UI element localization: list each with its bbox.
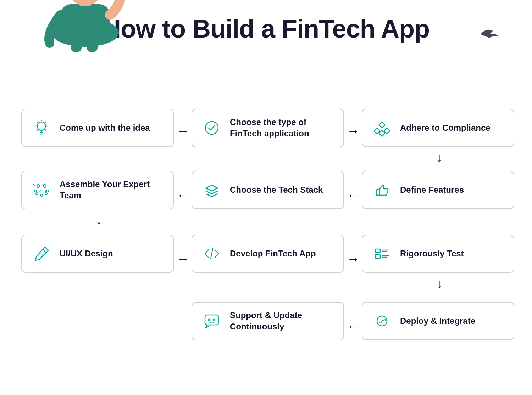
step-card-10: Deploy & Integrate bbox=[362, 302, 514, 340]
step-card-6: Assemble Your Expert Team bbox=[21, 171, 174, 209]
arrow-2-3: → bbox=[347, 124, 360, 139]
thumbsup-icon bbox=[372, 180, 392, 200]
svg-rect-59 bbox=[71, 38, 82, 52]
step-card-8: Develop FinTech App bbox=[192, 235, 344, 273]
arrow-down-9: ↓ bbox=[436, 276, 443, 291]
step-card-1: Come up with the idea bbox=[21, 109, 174, 147]
step-label-11: Support & Update Continuously bbox=[230, 310, 334, 333]
diamond-icon bbox=[372, 118, 392, 138]
svg-point-29 bbox=[45, 193, 47, 195]
arrow-5-6: ← bbox=[177, 188, 189, 203]
step-label-5: Choose the Tech Stack bbox=[230, 184, 323, 196]
team-icon bbox=[31, 180, 52, 200]
list-check-icon bbox=[372, 243, 392, 264]
svg-point-11 bbox=[205, 122, 218, 134]
svg-point-27 bbox=[36, 193, 38, 195]
step-card-5: Choose the Tech Stack bbox=[192, 171, 344, 209]
step-card-9: Rigorously Test bbox=[362, 235, 514, 273]
brush-icon bbox=[31, 243, 52, 264]
svg-line-31 bbox=[211, 248, 213, 259]
check-circle-icon bbox=[201, 118, 222, 138]
svg-point-40 bbox=[209, 319, 210, 321]
svg-line-10 bbox=[45, 130, 46, 131]
arrow-4-5: ← bbox=[347, 188, 360, 203]
step-card-3: Adhere to Compliance bbox=[362, 109, 514, 147]
svg-point-21 bbox=[34, 190, 37, 192]
character-illustration bbox=[11, 0, 160, 54]
step-card-2: Choose the type of FinTech application bbox=[192, 109, 344, 147]
svg-point-20 bbox=[43, 185, 46, 187]
svg-line-26 bbox=[45, 190, 46, 192]
svg-point-28 bbox=[40, 194, 43, 196]
step-label-1: Come up with the idea bbox=[60, 122, 150, 134]
svg-line-7 bbox=[37, 122, 38, 123]
step-label-8: Develop FinTech App bbox=[230, 248, 316, 259]
step-label-4: Define Features bbox=[400, 184, 464, 196]
svg-rect-18 bbox=[376, 190, 379, 195]
svg-rect-32 bbox=[375, 249, 380, 253]
svg-line-8 bbox=[45, 122, 46, 123]
arrow-7-8: → bbox=[177, 252, 189, 266]
arrow-down-6: ↓ bbox=[96, 212, 102, 227]
svg-line-23 bbox=[33, 184, 35, 185]
svg-line-9 bbox=[37, 130, 38, 131]
chat-icon bbox=[201, 311, 222, 331]
step-card-4: Define Features bbox=[362, 171, 514, 209]
arrow-down-3: ↓ bbox=[436, 150, 443, 165]
step-label-3: Adhere to Compliance bbox=[400, 122, 491, 134]
svg-line-25 bbox=[40, 190, 40, 192]
svg-point-41 bbox=[214, 319, 215, 321]
svg-rect-12 bbox=[379, 122, 385, 128]
step-card-11: Support & Update Continuously bbox=[192, 302, 344, 340]
svg-line-30 bbox=[43, 249, 46, 253]
bird-decoration bbox=[479, 26, 500, 43]
step-card-7: UI/UX Design bbox=[21, 235, 174, 273]
svg-point-19 bbox=[37, 185, 40, 187]
svg-rect-43 bbox=[60, 4, 110, 40]
lightbulb-icon bbox=[31, 118, 52, 138]
step-label-9: Rigorously Test bbox=[400, 248, 464, 259]
svg-rect-35 bbox=[375, 255, 380, 258]
arrow-8-9: → bbox=[347, 252, 360, 266]
step-label-7: UI/UX Design bbox=[60, 248, 113, 259]
arrow-1-2: → bbox=[177, 124, 189, 139]
step-label-6: Assemble Your Expert Team bbox=[60, 179, 164, 202]
step-label-2: Choose the type of FinTech application bbox=[230, 117, 334, 140]
svg-rect-60 bbox=[87, 38, 98, 52]
deploy-icon bbox=[372, 311, 392, 331]
svg-point-0 bbox=[37, 122, 46, 130]
svg-point-22 bbox=[46, 190, 49, 192]
arrow-10-11: ← bbox=[347, 319, 360, 334]
code-icon bbox=[201, 243, 222, 264]
step-label-10: Deploy & Integrate bbox=[400, 315, 475, 327]
layers-icon bbox=[201, 180, 222, 200]
